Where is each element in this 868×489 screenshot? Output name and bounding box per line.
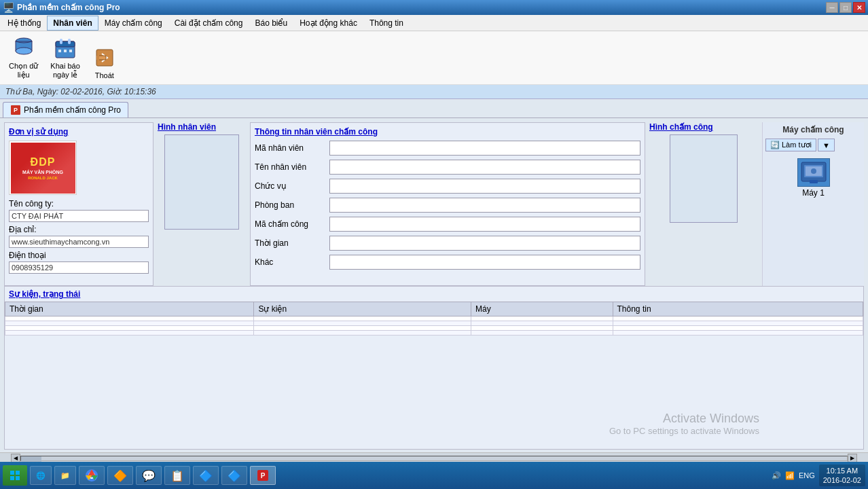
- company-name-input[interactable]: [9, 210, 149, 222]
- cell-time: [5, 321, 254, 326]
- cell-info: [613, 316, 863, 321]
- events-table-body: [5, 316, 863, 336]
- input-ma-cham-cong[interactable]: [329, 217, 640, 232]
- taskbar-app5[interactable]: 🔷: [221, 466, 247, 485]
- address-input[interactable]: [9, 236, 149, 248]
- input-ma-nhan-vien[interactable]: [329, 141, 640, 156]
- phone-input[interactable]: [9, 261, 149, 274]
- label-ma-cham-cong: Mã chấm công: [255, 219, 329, 229]
- menu-nhan-vien[interactable]: Nhân viên: [47, 16, 98, 31]
- hcc-panel-title: Hình chấm công: [649, 122, 758, 132]
- menu-bar: Hệ thống Nhân viên Máy chấm công Cài đặt…: [0, 15, 868, 31]
- svg-rect-5: [60, 39, 62, 44]
- cell-event: [254, 316, 471, 321]
- field-row-ten-nhan-vien: Tên nhân viên: [255, 160, 640, 175]
- taskbar-app4[interactable]: 🔷: [193, 466, 219, 485]
- lang-indicator[interactable]: ENG: [799, 471, 815, 479]
- address-label: Địa chỉ:: [9, 225, 149, 234]
- taskbar-chamcong-active[interactable]: P: [250, 466, 276, 485]
- maximize-button[interactable]: □: [839, 2, 852, 13]
- tray-time: 10:15 AM: [823, 466, 861, 475]
- btn-dropdown[interactable]: ▼: [818, 139, 835, 151]
- cell-event: [254, 326, 471, 331]
- field-row-thoi-gian: Thời gian: [255, 236, 640, 251]
- app5-icon: 🔷: [228, 469, 241, 482]
- field-row-phong-ban: Phòng ban: [255, 198, 640, 213]
- app3-icon: 📋: [170, 469, 184, 482]
- chevron-down-icon: ▼: [822, 141, 830, 149]
- label-phong-ban: Phòng ban: [255, 200, 329, 210]
- cell-time: [5, 331, 254, 336]
- input-khac[interactable]: [329, 255, 640, 270]
- close-button[interactable]: ✕: [853, 2, 865, 13]
- label-ma-nhan-vien: Mã nhân viên: [255, 143, 329, 153]
- date-bar: Thứ Ba, Ngày: 02-02-2016, Giờ: 10:15:36: [0, 85, 868, 99]
- phone-label: Điện thoại: [9, 251, 149, 260]
- center-column: Hình nhân viên Thông tin nhân viên chấm …: [158, 122, 758, 286]
- table-row: [5, 326, 863, 331]
- input-ten-nhan-vien[interactable]: [329, 160, 640, 175]
- tab-label: Phần mềm chấm công Pro: [24, 105, 121, 115]
- svg-rect-22: [16, 476, 20, 480]
- cell-event: [254, 331, 471, 336]
- taskbar-chrome[interactable]: [79, 466, 105, 485]
- fingerprint-machine-icon: [800, 161, 827, 185]
- svg-rect-21: [10, 476, 14, 480]
- company-name-label: Tên công ty:: [9, 199, 149, 209]
- cell-info: [613, 326, 863, 331]
- employee-info-panel: Thông tin nhân viên chấm công Mã nhân vi…: [250, 122, 645, 286]
- input-phong-ban[interactable]: [329, 198, 640, 213]
- network-icon[interactable]: 📶: [785, 471, 795, 480]
- cell-machine: [471, 331, 613, 336]
- table-row: [5, 321, 863, 326]
- input-chuc-vu[interactable]: [329, 179, 640, 194]
- logo-line1: MÁY VĂN PHÒNG: [22, 170, 63, 175]
- btn-lam-tuoi[interactable]: 🔄 Làm tươi: [765, 139, 816, 151]
- hcc-column: Hình chấm công: [649, 122, 758, 286]
- svg-rect-4: [56, 41, 75, 47]
- svg-point-17: [811, 168, 816, 174]
- logo-line2: RONALD JACK: [28, 176, 58, 180]
- input-thoi-gian[interactable]: [329, 236, 640, 251]
- btn-khai-bao-ngay-le[interactable]: Khai báongày lễ: [46, 34, 84, 82]
- cell-machine: [471, 326, 613, 331]
- taskbar-ie[interactable]: 🌐: [30, 466, 52, 485]
- tray-clock[interactable]: 10:15 AM 2016-02-02: [819, 465, 865, 487]
- taskbar-explorer[interactable]: 📁: [54, 466, 76, 485]
- btn-lam-tuoi-label: Làm tươi: [782, 141, 812, 149]
- menu-he-thong[interactable]: Hệ thống: [1, 16, 47, 31]
- label-thoi-gian: Thời gian: [255, 238, 329, 248]
- col-may: Máy: [471, 302, 613, 316]
- minimize-button[interactable]: ─: [826, 2, 838, 13]
- btn-chon-du-lieu[interactable]: Chọn dữliệu: [4, 34, 43, 82]
- menu-hoat-dong-khac[interactable]: Hoạt động khác: [293, 16, 363, 31]
- calendar-icon: [53, 36, 77, 60]
- svg-rect-9: [69, 50, 72, 52]
- taskbar: 🌐 📁 🔶 💬 📋 🔷 🔷: [0, 462, 868, 489]
- speaker-icon[interactable]: 🔊: [772, 471, 781, 480]
- employee-photo: [164, 134, 239, 230]
- svg-rect-20: [16, 471, 20, 475]
- field-row-ma-nhan-vien: Mã nhân viên: [255, 141, 640, 156]
- cell-machine: [471, 316, 613, 321]
- machine-item-1[interactable]: Máy 1: [795, 156, 833, 200]
- start-button[interactable]: [3, 465, 27, 486]
- cell-machine: [471, 321, 613, 326]
- menu-thong-tin[interactable]: Thông tin: [363, 16, 410, 31]
- middle-section: Đơn vị sử dụng ĐDP MÁY VĂN PHÒNG RONALD …: [0, 118, 868, 286]
- scroll-track[interactable]: [20, 456, 848, 461]
- label-khac: Khác: [255, 257, 329, 267]
- tab-main[interactable]: P Phần mềm chấm công Pro: [3, 102, 128, 117]
- menu-bao-bieu[interactable]: Báo biểu: [249, 16, 293, 31]
- menu-may-cham-cong[interactable]: Máy chấm công: [98, 16, 168, 31]
- events-table: Thời gian Sự kiện Máy Thông tin: [5, 302, 863, 449]
- scroll-thumb[interactable]: [21, 456, 41, 462]
- taskbar-app3[interactable]: 📋: [164, 466, 190, 485]
- tab-icon: P: [10, 105, 21, 115]
- app-title: Phần mềm chấm công Pro: [17, 3, 120, 12]
- photo-panel-title: Hình nhân viên: [158, 122, 246, 132]
- taskbar-skype[interactable]: 💬: [136, 466, 162, 485]
- menu-cai-dat-cham-cong[interactable]: Cài đặt chấm công: [168, 16, 249, 31]
- taskbar-app1[interactable]: 🔶: [107, 466, 133, 485]
- btn-thoat[interactable]: Thoát: [88, 43, 122, 82]
